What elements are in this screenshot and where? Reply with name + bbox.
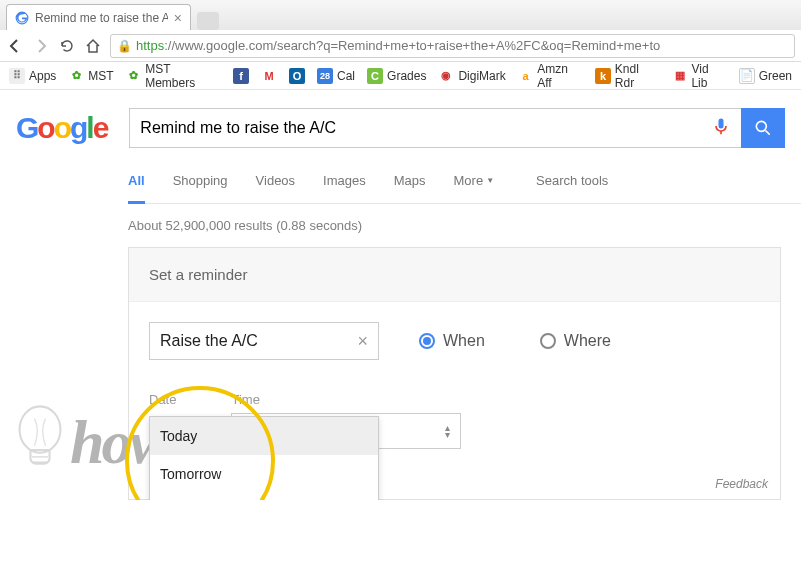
- bookmark-grades[interactable]: CGrades: [364, 66, 429, 86]
- url-protocol: https: [136, 38, 164, 53]
- card-title: Set a reminder: [129, 248, 780, 302]
- select-arrows-icon: ▴▾: [445, 424, 450, 438]
- svg-point-1: [756, 121, 766, 131]
- new-tab-button[interactable]: [197, 12, 219, 30]
- url-bar[interactable]: 🔒 https://www.google.com/search?q=Remind…: [110, 34, 795, 58]
- search-icon: [753, 118, 773, 138]
- close-icon[interactable]: ×: [174, 10, 182, 26]
- url-path: ://www.google.com/search?q=Remind+me+to+…: [164, 38, 660, 53]
- reminder-card: Set a reminder Raise the A/C × When Wher…: [128, 247, 781, 500]
- back-button[interactable]: [6, 37, 24, 55]
- lightbulb-icon: [10, 405, 70, 480]
- svg-point-2: [20, 406, 61, 452]
- date-label: Date: [149, 392, 176, 407]
- tab-images[interactable]: Images: [323, 158, 366, 203]
- radio-circle-icon: [419, 333, 435, 349]
- google-header: Google: [0, 90, 801, 158]
- browser-tab[interactable]: Remind me to raise the A ×: [6, 4, 191, 30]
- tab-more[interactable]: More▼: [454, 158, 495, 203]
- tab-shopping[interactable]: Shopping: [173, 158, 228, 203]
- bookmark-digimark[interactable]: ◉DigiMark: [435, 66, 508, 86]
- google-logo[interactable]: Google: [16, 111, 107, 145]
- lock-icon: 🔒: [117, 39, 132, 53]
- date-dropdown: Today Tomorrow This weekend Set date...▶: [149, 416, 379, 500]
- reload-button[interactable]: [58, 37, 76, 55]
- clear-icon[interactable]: ×: [357, 331, 368, 352]
- forward-button[interactable]: [32, 37, 50, 55]
- search-form: [129, 108, 785, 148]
- date-option-tomorrow[interactable]: Tomorrow: [150, 455, 378, 493]
- bookmark-kndl[interactable]: kKndl Rdr: [592, 60, 663, 92]
- browser-tab-bar: Remind me to raise the A ×: [0, 0, 801, 30]
- result-stats: About 52,900,000 results (0.88 seconds): [128, 204, 801, 247]
- home-button[interactable]: [84, 37, 102, 55]
- search-input[interactable]: [140, 119, 711, 137]
- google-favicon: [15, 11, 29, 25]
- time-label: Time: [231, 392, 461, 407]
- tab-search-tools[interactable]: Search tools: [536, 158, 608, 203]
- bookmark-apps[interactable]: ⠿Apps: [6, 66, 59, 86]
- radio-where[interactable]: Where: [540, 332, 611, 350]
- date-option-weekend[interactable]: This weekend: [150, 493, 378, 500]
- radio-circle-icon: [540, 333, 556, 349]
- bookmark-cal[interactable]: 28Cal: [314, 66, 358, 86]
- bookmark-mst-members[interactable]: ✿MST Members: [123, 60, 224, 92]
- bookmark-green[interactable]: 📄Green: [736, 66, 795, 86]
- mic-icon[interactable]: [711, 116, 731, 140]
- tab-all[interactable]: All: [128, 158, 145, 203]
- when-where-radio-group: When Where: [419, 332, 611, 350]
- date-option-today[interactable]: Today: [150, 417, 378, 455]
- bookmark-gmail[interactable]: M: [258, 66, 280, 86]
- radio-when[interactable]: When: [419, 332, 485, 350]
- search-nav-tabs: All Shopping Videos Images Maps More▼ Se…: [128, 158, 801, 204]
- search-input-wrap: [129, 108, 741, 148]
- search-button[interactable]: [741, 108, 785, 148]
- bookmark-fb[interactable]: f: [230, 66, 252, 86]
- bookmark-amzn[interactable]: aAmzn Aff: [515, 60, 587, 92]
- browser-toolbar: 🔒 https://www.google.com/search?q=Remind…: [0, 30, 801, 62]
- bookmark-outlook[interactable]: O: [286, 66, 308, 86]
- tab-maps[interactable]: Maps: [394, 158, 426, 203]
- bookmark-vid[interactable]: ▦Vid Lib: [669, 60, 730, 92]
- bookmark-mst[interactable]: ✿MST: [65, 66, 116, 86]
- reminder-text-input[interactable]: Raise the A/C ×: [149, 322, 379, 360]
- tab-title: Remind me to raise the A: [35, 11, 168, 25]
- chevron-down-icon: ▼: [486, 176, 494, 185]
- bookmarks-bar: ⠿Apps ✿MST ✿MST Members f M O 28Cal CGra…: [0, 62, 801, 90]
- date-field: Date Today Tomorrow This weekend Set dat…: [149, 392, 176, 449]
- tab-videos[interactable]: Videos: [256, 158, 296, 203]
